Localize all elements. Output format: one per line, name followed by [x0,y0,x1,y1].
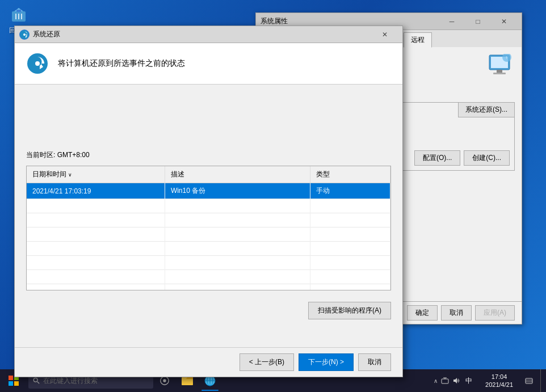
svg-rect-29 [442,379,448,383]
volume-tray-icon[interactable] [452,377,460,385]
active-indicator [201,390,219,391]
restore-title-icon [19,29,30,40]
col-type[interactable]: 类型 [310,166,390,183]
table-row[interactable]: 2021/4/21 17:03:19Win10 备份手动 [27,183,390,199]
restore-header-text: 将计算机还原到所选事件之前的状态 [58,58,185,69]
notification-button[interactable] [520,369,538,392]
table-row-empty [27,270,390,284]
svg-rect-2 [16,10,21,12]
sys-props-minimize-button[interactable]: ─ [439,13,465,30]
svg-rect-16 [9,376,13,380]
restore-description [26,94,391,139]
clock[interactable]: 17:04 2021/4/21 [481,373,518,389]
system-restore-button[interactable]: 系统还原(S)... [458,102,515,117]
cell-type: 手动 [310,183,390,199]
system-restore-dialog: 系统还原 ✕ 将计算机还原到所选事件之前的状态 [14,26,403,377]
create-button[interactable]: 创建(C)... [464,150,510,166]
svg-point-20 [33,378,37,382]
notification-icon [525,377,533,385]
svg-marker-32 [453,378,457,383]
svg-rect-8 [497,70,502,73]
restore-close-button[interactable]: ✕ [372,26,398,43]
show-desktop-button[interactable] [540,369,544,392]
svg-rect-18 [9,381,13,386]
cell-description: Win10 备份 [165,183,310,199]
back-button[interactable]: < 上一步(B) [240,353,294,371]
restore-table-container: 日期和时间 ∨ 描述 类型 [26,166,391,290]
restore-header: 将计算机还原到所选事件之前的状态 [15,43,402,85]
table-row-empty [27,213,390,227]
network-tray-icon[interactable] [441,377,449,385]
svg-point-13 [23,33,26,36]
svg-point-23 [163,379,166,382]
taskbar-right: ∧ 中 17:04 2021/4/21 [429,369,546,392]
clock-time: 17:04 [492,373,507,381]
clock-date: 2021/4/21 [485,381,513,389]
table-row-empty [27,227,390,242]
restore-header-icon [26,52,49,75]
table-row-empty [27,242,390,256]
restore-title-text: 系统还原 [33,29,372,39]
table-row-empty [27,256,390,270]
cell-datetime: 2021/4/21 17:03:19 [27,183,165,199]
tray-expand-button[interactable]: ∧ [434,378,438,384]
cancel-button[interactable]: 取消 [441,305,472,321]
cancel-button-restore[interactable]: 取消 [358,353,391,371]
svg-rect-33 [526,378,532,383]
svg-text:↑: ↑ [505,55,507,60]
svg-rect-19 [14,381,19,386]
svg-rect-9 [493,73,506,74]
language-indicator[interactable]: 中 [464,376,474,386]
restore-footer: < 上一步(B) 下一步(N) > 取消 [15,347,402,377]
sys-props-icon: ↑ [486,54,515,79]
restore-content: 当前时区: GMT+8:00 日期和时间 ∨ 描述 [15,85,402,347]
search-icon [33,377,40,384]
sys-props-close-button[interactable]: ✕ [491,13,517,30]
config-button[interactable]: 配置(O)... [414,150,460,166]
scan-affected-button[interactable]: 扫描受影响的程序(A) [308,302,391,319]
apply-button[interactable]: 应用(A) [475,305,515,321]
desktop: 回收站 系统属性 ─ □ ✕ 计算机名 硬件 高级 系统保护 远程 系统更改。 [0,0,546,392]
ok-button[interactable]: 确定 [407,305,438,321]
col-description[interactable]: 描述 [165,166,310,183]
system-tray: ∧ 中 [429,369,478,392]
sort-icon-datetime: ∨ [68,172,72,178]
restore-body: 将计算机还原到所选事件之前的状态 当前时区: GMT+8:00 日期和时间 [15,43,402,377]
table-row-empty [27,284,390,291]
col-datetime[interactable]: 日期和时间 ∨ [27,166,165,183]
svg-line-21 [37,382,39,383]
timezone-label: 当前时区: GMT+8:00 [26,150,391,160]
svg-point-15 [35,61,40,66]
restore-titlebar: 系统还原 ✕ [15,26,402,43]
sys-props-title: 系统属性 [261,16,439,26]
recycle-bin-image [10,6,28,24]
next-button[interactable]: 下一步(N) > [299,353,354,371]
tab-remote[interactable]: 远程 [404,32,432,48]
table-row-empty [27,199,390,213]
sys-props-maximize-button[interactable]: □ [465,13,491,30]
search-input[interactable] [43,377,140,385]
restore-table: 日期和时间 ∨ 描述 类型 [27,166,390,290]
